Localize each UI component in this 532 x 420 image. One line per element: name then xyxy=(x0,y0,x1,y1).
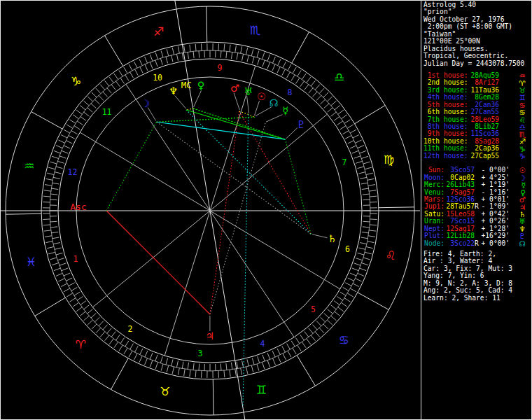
degree-tick xyxy=(66,278,72,281)
planet-velocity: +16°29' xyxy=(479,232,510,239)
degree-tick xyxy=(368,241,374,243)
degree-tick xyxy=(140,66,143,73)
degree-tick xyxy=(73,115,78,119)
degree-tick xyxy=(178,368,179,375)
stats-line: Learn: 2, Share: 11 xyxy=(424,295,532,302)
degree-tick xyxy=(57,161,64,163)
degree-tick xyxy=(368,185,375,186)
degree-tick xyxy=(45,185,52,186)
degree-tick xyxy=(51,188,58,189)
degree-tick xyxy=(134,354,137,360)
degree-tick xyxy=(50,258,57,260)
degree-tick xyxy=(161,364,163,371)
sign-glyph-leo: ♌ xyxy=(385,248,396,262)
planet-glyph-uran: ♅ xyxy=(244,86,253,97)
degree-tick xyxy=(331,305,337,309)
degree-tick xyxy=(360,150,366,153)
degree-tick xyxy=(47,173,54,174)
degree-tick xyxy=(50,200,57,200)
degree-tick xyxy=(74,126,80,130)
degree-tick xyxy=(64,146,70,148)
degree-tick xyxy=(272,57,275,63)
degree-tick xyxy=(155,355,158,361)
degree-tick xyxy=(328,108,333,112)
house-position: 27Cap55 xyxy=(468,153,499,160)
degree-tick xyxy=(145,64,148,71)
degree-tick xyxy=(84,101,90,106)
degree-tick xyxy=(365,167,372,169)
degree-tick xyxy=(324,314,329,318)
aspect-line xyxy=(285,139,311,234)
degree-tick xyxy=(155,363,158,369)
angle-axis-line xyxy=(210,211,260,420)
degree-tick xyxy=(109,339,113,344)
degree-tick xyxy=(57,258,64,260)
degree-tick xyxy=(262,355,265,361)
degree-tick xyxy=(356,279,362,281)
degree-tick xyxy=(188,52,188,59)
planet-row: Merc:26Lib43+ 1°19'☿ xyxy=(424,181,532,188)
degree-tick xyxy=(150,55,153,61)
degree-tick xyxy=(50,162,57,164)
degree-tick xyxy=(230,45,230,52)
house-cusp-line xyxy=(92,211,210,307)
degree-tick xyxy=(277,349,280,355)
degree-tick xyxy=(257,50,259,57)
degree-tick xyxy=(323,324,328,329)
zodiac-sign-icon: ♐ xyxy=(519,138,526,145)
degree-tick xyxy=(272,351,275,357)
planet-glyph-plut: ♇ xyxy=(296,119,305,130)
planet-icon: ♇ xyxy=(519,232,526,239)
degree-tick xyxy=(277,66,280,73)
degree-tick xyxy=(66,125,73,128)
degree-tick xyxy=(353,134,359,138)
degree-tick xyxy=(334,301,340,305)
degree-tick xyxy=(220,51,221,58)
degree-tick xyxy=(69,283,75,286)
degree-tick xyxy=(335,106,340,110)
degree-tick xyxy=(362,263,368,265)
degree-tick xyxy=(64,288,70,292)
degree-tick xyxy=(230,370,230,377)
degree-tick xyxy=(316,95,321,100)
degree-tick xyxy=(340,126,346,130)
degree-tick xyxy=(47,247,54,248)
degree-tick xyxy=(226,51,227,58)
degree-tick xyxy=(182,52,183,59)
degree-tick xyxy=(363,221,370,222)
aspect-line xyxy=(210,111,239,314)
degree-tick xyxy=(251,365,253,372)
degree-tick xyxy=(109,77,113,83)
degree-tick xyxy=(66,141,72,144)
sign-glyph-pisces: ♓ xyxy=(26,255,36,269)
house-number-2: 2 xyxy=(128,324,133,334)
degree-tick xyxy=(52,156,58,158)
degree-tick xyxy=(111,85,115,90)
degree-tick xyxy=(331,101,337,106)
degree-tick xyxy=(44,230,51,231)
house-number-7: 7 xyxy=(342,158,347,167)
degree-tick xyxy=(334,116,340,120)
degree-tick xyxy=(241,46,242,53)
degree-tick xyxy=(46,178,52,180)
sign-glyph-gemini: ♊ xyxy=(256,383,267,397)
degree-tick xyxy=(342,302,347,307)
degree-tick xyxy=(363,162,370,164)
degree-tick xyxy=(172,367,174,374)
degree-tick xyxy=(368,236,375,237)
house-row: 6th house:27Can55♋ xyxy=(424,108,532,115)
sign-boundary-line xyxy=(355,106,386,124)
degree-tick xyxy=(300,335,304,340)
degree-tick xyxy=(278,356,281,363)
degree-tick xyxy=(134,346,138,352)
planet-label: Node: xyxy=(424,240,444,247)
degree-tick xyxy=(195,44,196,51)
degree-tick xyxy=(324,104,329,108)
degree-tick xyxy=(368,178,374,180)
degree-tick xyxy=(262,60,265,66)
degree-tick xyxy=(343,288,349,291)
degree-tick xyxy=(176,54,178,61)
degree-tick xyxy=(43,219,50,220)
degree-tick xyxy=(231,52,232,59)
degree-tick xyxy=(182,362,183,369)
